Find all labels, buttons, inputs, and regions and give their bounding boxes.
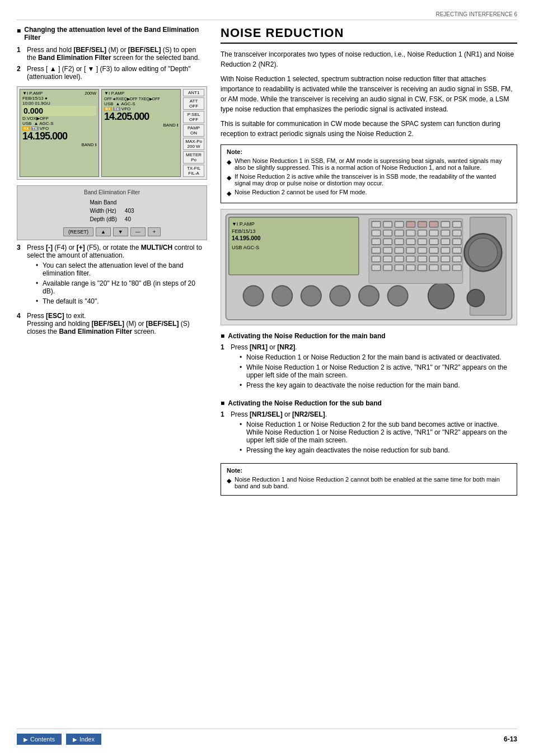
sub-band-step1-content: Press [NR1/SEL] or [NR2/SEL]. Noise Redu… <box>231 410 517 458</box>
step1-filter: Band Elimination Filter <box>38 54 111 62</box>
step1-num: 1 <box>17 46 24 62</box>
svg-rect-26 <box>418 221 427 227</box>
svg-point-13 <box>428 283 454 309</box>
left-power: 200W <box>85 91 96 96</box>
radio-display: ▼I P.AMP 200W FEB/15/13 ● 10:00 01.9GU 0… <box>17 86 207 180</box>
svg-rect-53 <box>429 256 438 262</box>
footer-nav: ▶ Contents ▶ Index <box>17 734 101 745</box>
bottom-note-diamond: ◆ <box>227 477 231 489</box>
radio-svg: ▼I P.AMP FEB/15/13 14.195.000 USB AGC-S <box>224 213 513 321</box>
main-band-bullet1: Noise Reduction 1 or Noise Reduction 2 f… <box>240 353 517 361</box>
plus-button[interactable]: + <box>148 227 161 236</box>
right-band: BAND I <box>104 123 178 128</box>
intro-para2: With Noise Reduction 1 selected, spectru… <box>221 74 517 114</box>
main-band-bullets: Noise Reduction 1 or Noise Reduction 2 f… <box>231 353 517 389</box>
svg-rect-54 <box>441 256 449 262</box>
intro-para3: This is suitable for communication in CW… <box>221 119 517 139</box>
contents-button[interactable]: ▶ Contents <box>17 734 62 745</box>
side-pamp: PAMPON <box>183 124 204 137</box>
svg-rect-29 <box>453 221 461 227</box>
left-mode-label: ▼I P.AMP <box>22 91 43 96</box>
right-freq: 14.205.000 <box>104 111 178 123</box>
svg-rect-55 <box>453 256 461 262</box>
main-band-title: Activating the Noise Reduction for the m… <box>228 332 385 340</box>
svg-rect-49 <box>383 256 392 262</box>
filter-table: Main Band Width (Hz) 403 Depth (dB) 40 <box>85 198 138 224</box>
sub-band-diamond: ■ <box>221 399 224 407</box>
svg-rect-61 <box>429 265 438 270</box>
svg-rect-42 <box>395 248 403 253</box>
svg-rect-20 <box>383 230 392 236</box>
svg-text:14.195.000: 14.195.000 <box>232 235 261 241</box>
right-column: NOISE REDUCTION The transceiver incorpor… <box>221 26 517 501</box>
svg-rect-37 <box>429 239 438 244</box>
left-time-row: 10:00 01.9GU <box>22 101 96 106</box>
step1-key2: [BEF/SEL] <box>128 46 161 54</box>
note-text1: When Noise Reduction 1 in SSB, FM, or AM… <box>235 157 511 171</box>
side-txfil: TX-FILFIL-A <box>183 165 204 177</box>
left-usb: USB <box>22 121 31 126</box>
note-text2: If Noise Reduction 2 is active while the… <box>235 173 511 186</box>
step4: 4 Press [ESC] to exit. Pressing and hold… <box>17 312 207 335</box>
note-box-main: Note: ◆ When Noise Reduction 1 in SSB, F… <box>221 144 517 203</box>
nr1sel-key: [NR1/SEL] <box>250 410 283 418</box>
right-mode-label: ▼I P.AMP <box>104 91 124 96</box>
main-band-bullet2: While Noise Reduction 1 or Noise Reducti… <box>240 363 517 379</box>
step3-content: Press [-] (F4) or [+] (F5), or rotate th… <box>27 244 207 309</box>
svg-point-65 <box>469 238 498 267</box>
left-time: 10:00 01.9GU <box>22 101 50 106</box>
right-off-row: OFF◄RXEQ▶OFF TXEQ▶OFF <box>104 97 178 101</box>
step3-bullet1: You can select the attenuation level of … <box>36 262 207 277</box>
left-section-title: Changing the attenuation level of the Ba… <box>24 26 207 41</box>
side-panel: ANT1 ATTOFF P:SELOFF PAMPON MAX-Po200 W … <box>183 89 204 177</box>
sub-band-heading: ■ Activating the Noise Reduction for the… <box>221 399 517 407</box>
note-diamond1: ◆ <box>227 158 231 171</box>
left-agcs: ▲ AGC-S <box>34 121 53 126</box>
step3: 3 Press [-] (F4) or [+] (F5), or rotate … <box>17 244 207 309</box>
sub-band-bullet1: Noise Reduction 1 or Noise Reduction 2 f… <box>240 421 517 444</box>
left-counter: 0.000 <box>22 106 96 116</box>
right-usb: USB <box>104 101 113 106</box>
minus-button[interactable]: — <box>130 227 146 236</box>
up-button[interactable]: ▲ <box>96 227 111 236</box>
step3-key2: [+] <box>77 244 85 251</box>
nr2sel-key: [NR2/SEL] <box>292 410 325 418</box>
sub-band-step1-text: Press [NR1/SEL] or [NR2/SEL]. <box>231 410 327 418</box>
filter-row-1: Main Band <box>86 199 137 206</box>
step2: 2 Press [ ▲ ] (F2) or [ ▼ ] (F3) to allo… <box>17 65 207 81</box>
svg-rect-48 <box>372 256 380 262</box>
left-dvox: D.VOX▶OFF <box>22 116 96 121</box>
right-tx-box: TX <box>113 107 120 111</box>
svg-text:▼I P.AMP: ▼I P.AMP <box>232 221 255 227</box>
svg-text:USB  AGC-S: USB AGC-S <box>232 245 259 250</box>
svg-point-7 <box>243 286 264 306</box>
step4-content: Press [ESC] to exit. Pressing and holdin… <box>27 312 207 335</box>
main-band-section: ■ Activating the Noise Reduction for the… <box>221 332 517 393</box>
contents-arrow: ▶ <box>24 736 28 743</box>
svg-rect-44 <box>418 248 427 253</box>
side-maxpo: MAX-Po200 W <box>183 138 204 150</box>
sub-band-step1-num: 1 <box>221 410 227 458</box>
down-button[interactable]: ▼ <box>113 227 128 236</box>
page: REJECTING INTERFERENCE 6 ■ Changing the … <box>0 0 534 756</box>
svg-rect-38 <box>441 239 449 244</box>
left-section-heading: ■ Changing the attenuation level of the … <box>17 26 207 41</box>
main-band-bullet3: Press the key again to deactivate the no… <box>240 381 517 389</box>
step2-text: Press [ ▲ ] (F2) or [ ▼ ] (F3) to allow … <box>27 65 207 81</box>
left-tx-box: TX <box>31 127 39 130</box>
svg-rect-60 <box>418 265 427 270</box>
main-band-step1: 1 Press [NR1] or [NR2]. Noise Reduction … <box>221 343 517 393</box>
step3-key1: [-] <box>46 244 53 251</box>
svg-rect-18 <box>395 221 403 227</box>
svg-rect-47 <box>453 248 461 253</box>
step4-text: Press [ESC] to exit. <box>27 312 86 320</box>
svg-point-11 <box>359 286 379 306</box>
reset-button[interactable]: (RESET) <box>63 227 93 236</box>
filter-title: Band Elimination Filter <box>21 189 203 195</box>
note-text3: Noise Reduction 2 cannot be used for FM … <box>235 189 367 197</box>
note-item1: ◆ When Noise Reduction 1 in SSB, FM, or … <box>227 157 511 171</box>
note-item2: ◆ If Noise Reduction 2 is active while t… <box>227 173 511 186</box>
filter-label-1: Main Band <box>86 199 120 206</box>
sub-band-step1: 1 Press [NR1/SEL] or [NR2/SEL]. Noise Re… <box>221 410 517 458</box>
index-button[interactable]: ▶ Index <box>66 734 101 745</box>
